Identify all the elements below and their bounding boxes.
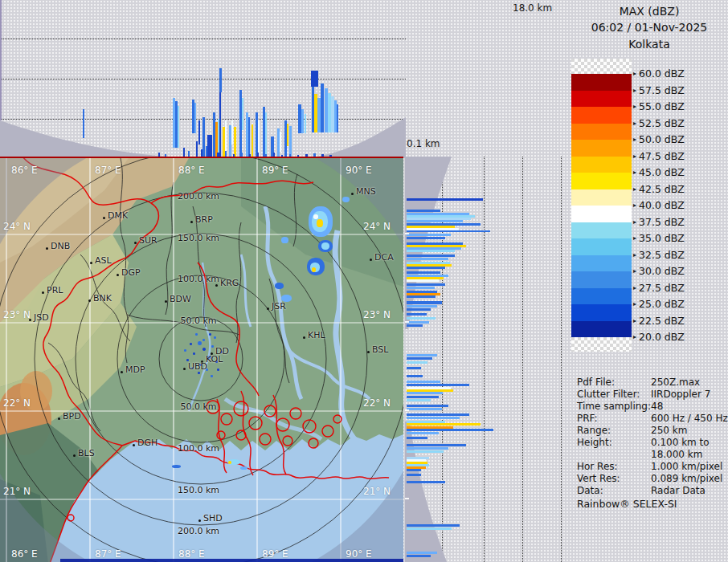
echo-bar (194, 103, 196, 133)
station-label: PRL (47, 285, 63, 295)
station-marker (88, 299, 91, 302)
echo-bar (280, 132, 281, 152)
station-marker (103, 217, 105, 219)
station-label: KHL (308, 330, 325, 340)
legend-band (571, 189, 632, 206)
legend-label-text: 30.0 dBZ (639, 265, 685, 277)
range-ring-label: 50.0 km (180, 401, 216, 412)
legend-label: ▸60.0 dBZ (633, 67, 685, 79)
range-ring-label: 150.0 km (178, 485, 219, 495)
metadata-value: 1.000 km/pixel (651, 461, 722, 472)
metadata-row: Data:Radar Data (577, 485, 728, 497)
metadata-value: 600 Hz / 450 Hz (651, 413, 728, 424)
metadata-label: Hor Res: (577, 461, 618, 472)
radar-map-panel: 86° E86° E87° E87° E88° E88° E89° E89° E… (0, 157, 403, 562)
legend-tick-arrow: ▸ (633, 218, 636, 226)
product-title: MAX (dBZ) (571, 5, 728, 18)
station-marker (370, 259, 372, 261)
station-label: DGP (121, 267, 141, 278)
station-marker (198, 519, 201, 522)
legend-tick-arrow: ▸ (633, 153, 636, 160)
station-marker (42, 291, 44, 294)
station-marker (165, 300, 167, 303)
station-label: KRG (220, 278, 239, 288)
lat-label: 24° N (363, 221, 391, 232)
metadata-value: 0.089 km/pixel (651, 473, 722, 484)
radar-station-name: Kolkata (571, 38, 728, 51)
station-label: BNK (93, 293, 112, 303)
station-marker (133, 444, 135, 446)
station-marker (90, 262, 92, 264)
metadata-value: IIRDoppler 7 (651, 389, 710, 400)
legend-band (571, 173, 632, 189)
lat-gridline-tick (405, 409, 409, 411)
lon-label: 86° E (11, 548, 38, 560)
legend-label: ▸37.5 dBZ (633, 216, 685, 228)
lon-label: 88° E (178, 548, 205, 560)
metadata-row: Range:250 km (577, 425, 728, 437)
metadata-row: Pdf File:250Z.max (577, 377, 728, 389)
legend-label-text: 35.0 dBZ (639, 232, 685, 244)
station-label: DCA (374, 252, 394, 263)
legend-label: ▸50.0 dBZ (633, 133, 685, 145)
station-label: ASL (95, 255, 112, 266)
metadata-row: Clutter Filter:IIRDoppler 7 (577, 389, 728, 401)
station-marker (134, 242, 137, 244)
metadata-value: 18.000 km (651, 449, 702, 460)
right-panel-lat-ticks (405, 157, 571, 562)
station-label: BPD (63, 411, 81, 422)
metadata-label: Vert Res: (577, 473, 620, 484)
station-label: MDP (125, 364, 145, 375)
legend-tick-arrow: ▸ (633, 251, 636, 259)
metadata-row: Time sampling:48 (577, 401, 728, 413)
legend-label: ▸27.5 dBZ (633, 282, 685, 294)
panel-edge-line (0, 0, 2, 120)
range-ring-label: 100.0 km (178, 443, 219, 454)
product-datetime: 06:02 / 01-Nov-2025 (571, 21, 728, 34)
lon-label: 88° E (178, 165, 205, 176)
legend-label: ▸32.5 dBZ (633, 249, 685, 261)
lon-label: 90° E (346, 165, 372, 176)
metadata-label: Range: (577, 425, 611, 436)
legend-label-text: 47.5 dBZ (639, 150, 685, 162)
legend-band (571, 222, 632, 239)
station-label: BSL (372, 344, 388, 355)
legend-label: ▸40.0 dBZ (633, 199, 685, 211)
legend-label-text: 37.5 dBZ (639, 216, 685, 228)
echo-bar (242, 98, 243, 130)
station-label: BRP (195, 214, 213, 225)
legend-tick-arrow: ▸ (633, 185, 636, 193)
lon-label: 89° E (262, 165, 288, 176)
legend-band (571, 157, 632, 173)
metadata-row: 18.000 km (577, 449, 728, 461)
station-marker (351, 193, 354, 195)
legend-band (571, 271, 632, 288)
station-marker (46, 247, 48, 250)
station-marker (190, 221, 193, 223)
station-marker (303, 336, 305, 339)
metadata-value: Radar Data (651, 485, 706, 496)
height-axis-max-label: 18.0 km (513, 2, 552, 14)
legend-label: ▸45.0 dBZ (633, 166, 685, 178)
station-marker (183, 368, 186, 370)
legend-label: ▸20.0 dBZ (633, 331, 685, 343)
range-ring-label: 200.0 km (178, 191, 219, 202)
lat-label: 22° N (363, 397, 391, 409)
echo-bar (219, 68, 222, 92)
metadata-row: Vert Res:0.089 km/pixel (577, 473, 728, 485)
echo-bar (337, 104, 338, 132)
echo-bar (265, 112, 267, 157)
legend-label-text: 60.0 dBZ (639, 67, 685, 79)
echo-bar (321, 83, 324, 132)
legend-band (571, 304, 632, 321)
legend-tick-arrow: ▸ (633, 234, 636, 242)
lat-label: 22° N (3, 397, 31, 409)
legend-checker-bottom (571, 337, 632, 352)
height-axis-min-label: 0.1 km (407, 138, 440, 149)
metadata-value: 250 km (651, 425, 687, 436)
legend-sidebar: MAX (dBZ) 06:02 / 01-Nov-2025 Kolkata Ra… (571, 0, 728, 562)
station-label: JSR (272, 301, 286, 312)
legend-band (571, 107, 632, 124)
legend-label: ▸47.5 dBZ (633, 150, 685, 162)
lon-label: 87° E (95, 548, 121, 560)
